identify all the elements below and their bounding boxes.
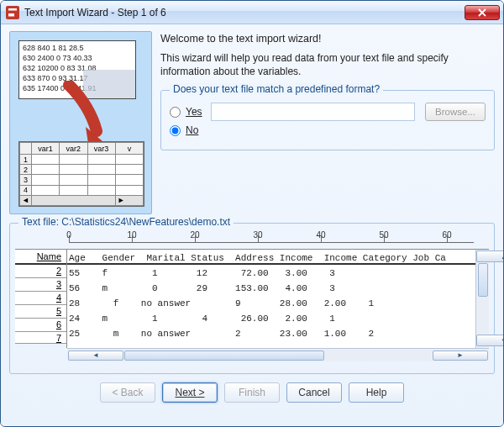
back-button: < Back <box>100 382 155 403</box>
preview-fieldset: Text file: C:\Statistics24\NewFeatures\d… <box>9 223 495 374</box>
close-icon <box>478 8 486 17</box>
row-num[interactable]: 7 <box>15 332 66 344</box>
ruler: 0 10 20 30 40 50 60 <box>69 230 489 249</box>
illus-grid: var1var2var3v 1 2 3 4 ◄► <box>18 141 144 207</box>
dialog-body: 628 840 1 81 28.5 630 2400 0 73 40.33 63… <box>1 24 503 426</box>
welcome-heading: Welcome to the text import wizard! <box>160 33 495 45</box>
scroll-down-icon[interactable]: ▼ <box>476 335 504 346</box>
data-row: 55 f 1 12 72.00 3.00 3 <box>67 265 475 280</box>
radio-no-label[interactable]: No <box>186 124 198 136</box>
finish-button: Finish <box>224 382 280 403</box>
data-row: 24 m 1 4 26.00 2.00 1 <box>67 310 475 325</box>
format-path-input[interactable] <box>211 103 415 121</box>
row-num[interactable]: 6 <box>15 319 66 332</box>
column-headers: Age Gender Marital Status Address Income… <box>67 250 475 265</box>
next-button[interactable]: Next > <box>162 382 218 403</box>
radio-no[interactable] <box>170 125 181 136</box>
name-header[interactable]: Name <box>15 250 66 265</box>
cancel-button[interactable]: Cancel <box>286 382 342 403</box>
scroll-right-icon[interactable]: ► <box>433 351 488 361</box>
data-row: 56 m 0 29 153.00 4.00 3 <box>67 280 475 295</box>
radio-yes[interactable] <box>170 107 181 118</box>
format-legend: Does your text file match a predefined f… <box>170 83 383 95</box>
file-path: C:\Statistics24\NewFeatures\demo.txt <box>61 216 230 228</box>
radio-yes-label[interactable]: Yes <box>186 106 202 118</box>
scroll-up-icon[interactable]: ▲ <box>476 250 504 262</box>
row-num[interactable]: 4 <box>15 292 66 305</box>
row-num[interactable]: 3 <box>15 278 66 292</box>
close-button[interactable] <box>465 5 500 20</box>
row-num[interactable]: 2 <box>15 265 66 278</box>
horizontal-scrollbar[interactable]: ◄ ► <box>67 348 489 361</box>
scroll-thumb[interactable] <box>478 263 488 297</box>
vertical-scrollbar[interactable]: ▲ ▼ <box>475 250 489 348</box>
scroll-left-icon[interactable]: ◄ <box>68 351 123 361</box>
preview-grid: Name 2 3 4 5 6 7 Age Gender Marital Stat… <box>15 249 489 348</box>
title-bar[interactable]: Text Import Wizard - Step 1 of 6 <box>1 1 503 24</box>
wizard-description: This wizard will help you read data from… <box>160 51 495 78</box>
window-title: Text Import Wizard - Step 1 of 6 <box>24 7 465 18</box>
preview-legend: Text file: C:\Statistics24\NewFeatures\d… <box>18 216 234 228</box>
illus-raw-text: 628 840 1 81 28.5 630 2400 0 73 40.33 63… <box>18 40 136 99</box>
data-row: 25 m no answer 2 23.00 1.00 2 <box>67 325 475 340</box>
row-number-column: Name 2 3 4 5 6 7 <box>15 250 67 348</box>
dialog-window: Text Import Wizard - Step 1 of 6 628 840… <box>0 0 504 427</box>
data-area[interactable]: Age Gender Marital Status Address Income… <box>67 250 475 348</box>
data-row: 28 f no answer 9 28.00 2.00 1 <box>67 295 475 310</box>
wizard-illustration: 628 840 1 81 28.5 630 2400 0 73 40.33 63… <box>9 31 152 214</box>
browse-button: Browse... <box>425 103 486 121</box>
button-bar: < Back Next > Finish Cancel Help <box>9 382 495 403</box>
app-icon <box>6 6 19 19</box>
format-fieldset: Does your text file match a predefined f… <box>160 90 495 150</box>
scroll-thumb[interactable] <box>124 351 324 361</box>
row-num[interactable]: 5 <box>15 305 66 319</box>
help-button[interactable]: Help <box>349 382 404 403</box>
